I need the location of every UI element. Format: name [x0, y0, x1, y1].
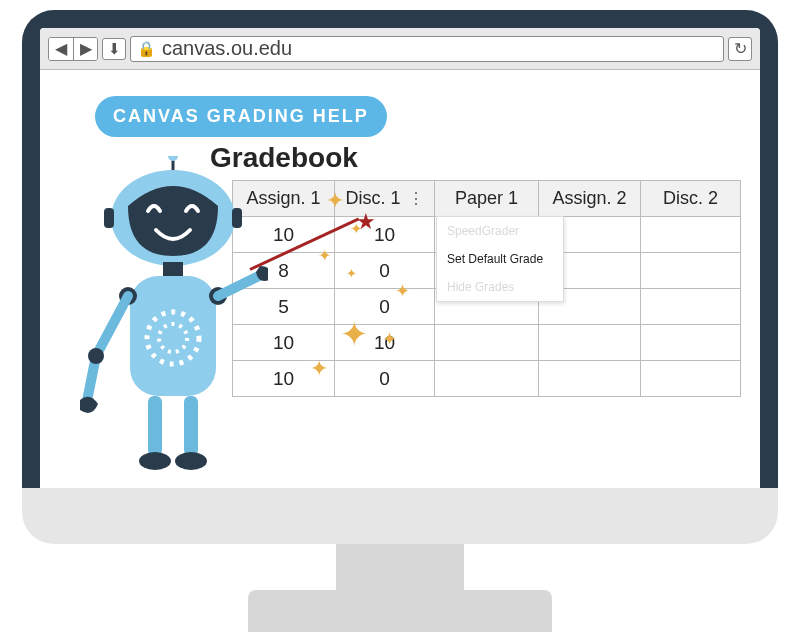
browser-window: ◀ ▶ ⬇ 🔒 canvas.ou.edu ↻ CANVAS GRADING H…: [40, 28, 760, 502]
grade-cell[interactable]: [435, 325, 539, 361]
sparkle-icon: ✦: [346, 266, 357, 281]
sparkle-icon: ✦: [318, 246, 331, 265]
column-menu: SpeedGrader Set Default Grade Hide Grade…: [436, 216, 564, 302]
address-bar: ◀ ▶ ⬇ 🔒 canvas.ou.edu ↻: [40, 28, 760, 70]
table-row: 10 10: [233, 325, 741, 361]
lock-icon: 🔒: [137, 40, 156, 58]
url-text: canvas.ou.edu: [162, 37, 292, 60]
refresh-button[interactable]: ↻: [728, 37, 752, 61]
svg-rect-12: [148, 396, 162, 456]
menu-item-hide-grades[interactable]: Hide Grades: [437, 273, 563, 301]
sparkle-icon: ✦: [326, 188, 344, 214]
download-button[interactable]: ⬇: [102, 38, 126, 60]
sparkle-icon: ✦: [382, 328, 397, 350]
svg-rect-13: [184, 396, 198, 456]
grade-cell[interactable]: [641, 325, 741, 361]
grade-cell[interactable]: [641, 361, 741, 397]
grade-cell[interactable]: [641, 253, 741, 289]
grade-cell[interactable]: [435, 361, 539, 397]
robot-illustration: [78, 156, 268, 496]
url-field[interactable]: 🔒 canvas.ou.edu: [130, 36, 724, 62]
svg-rect-5: [163, 262, 183, 276]
sparkle-icon: ✦: [310, 356, 328, 382]
nav-button-group: ◀ ▶: [48, 37, 98, 61]
forward-button[interactable]: ▶: [73, 38, 97, 60]
col-disc-1[interactable]: Disc. 1 ⋮: [335, 181, 435, 217]
grade-cell[interactable]: 0: [335, 361, 435, 397]
kebab-icon[interactable]: ⋮: [408, 194, 424, 204]
svg-rect-6: [130, 276, 216, 396]
svg-point-1: [168, 156, 178, 161]
svg-point-14: [139, 452, 171, 470]
menu-item-speedgrader[interactable]: SpeedGrader: [437, 217, 563, 245]
help-badge: CANVAS GRADING HELP: [95, 96, 387, 137]
svg-point-10: [88, 348, 104, 364]
svg-rect-3: [104, 208, 114, 228]
menu-item-set-default-grade[interactable]: Set Default Grade: [437, 245, 563, 273]
col-assign-2[interactable]: Assign. 2: [539, 181, 641, 217]
grade-cell[interactable]: [539, 325, 641, 361]
back-button[interactable]: ◀: [49, 38, 73, 60]
sparkle-icon: ✦: [340, 314, 368, 354]
svg-rect-4: [232, 208, 242, 228]
grade-cell[interactable]: [539, 361, 641, 397]
pointer-star-icon: ★: [356, 209, 376, 235]
monitor-frame: ◀ ▶ ⬇ 🔒 canvas.ou.edu ↻ CANVAS GRADING H…: [22, 10, 778, 520]
sparkle-icon: ✦: [395, 280, 410, 302]
monitor-stand-base: [248, 590, 552, 632]
col-paper-1[interactable]: Paper 1: [435, 181, 539, 217]
svg-point-15: [175, 452, 207, 470]
monitor-bezel-bottom: [22, 488, 778, 544]
table-row: 10 0: [233, 361, 741, 397]
page-content: CANVAS GRADING HELP Gradebook Assign. 1 …: [40, 70, 760, 502]
grade-cell[interactable]: [641, 289, 741, 325]
grade-cell[interactable]: [641, 217, 741, 253]
col-disc-2[interactable]: Disc. 2: [641, 181, 741, 217]
table-header-row: Assign. 1 Disc. 1 ⋮ Paper 1 Assign. 2 Di…: [233, 181, 741, 217]
